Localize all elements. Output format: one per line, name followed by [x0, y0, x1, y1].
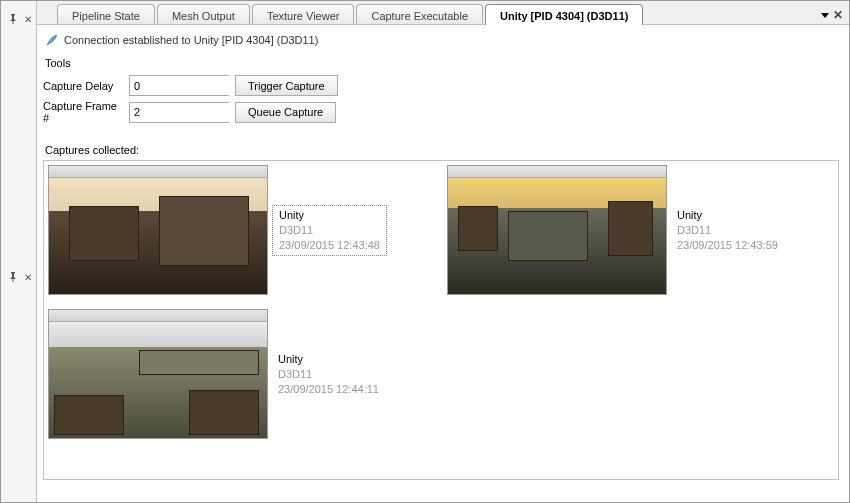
capture-timestamp: 23/09/2015 12:43:59 [677, 238, 778, 253]
left-dock-strip: ✕ ✕ [1, 1, 37, 502]
capture-api: D3D11 [278, 367, 379, 382]
capture-thumbnail[interactable] [48, 309, 268, 439]
feather-icon [45, 33, 59, 47]
tab-capture-executable[interactable]: Capture Executable [356, 4, 483, 24]
captures-heading: Captures collected: [45, 144, 839, 156]
capture-frame-label: Capture Frame # [43, 100, 123, 124]
capture-app: Unity [677, 208, 778, 223]
capture-timestamp: 23/09/2015 12:44:11 [278, 382, 379, 397]
connection-status: Connection established to Unity [PID 430… [64, 34, 318, 46]
tab-unity-connection[interactable]: Unity [PID 4304] (D3D11) [485, 4, 643, 25]
tab-texture-viewer[interactable]: Texture Viewer [252, 4, 355, 24]
capture-item[interactable]: Unity D3D11 23/09/2015 12:44:11 [48, 309, 385, 439]
capture-timestamp: 23/09/2015 12:43:48 [279, 238, 380, 253]
capture-delay-label: Capture Delay [43, 80, 123, 92]
capture-api: D3D11 [677, 223, 778, 238]
tab-content: Connection established to Unity [PID 430… [37, 25, 849, 502]
capture-item[interactable]: Unity D3D11 23/09/2015 12:43:48 [48, 165, 387, 295]
close-icon[interactable]: ✕ [22, 13, 34, 25]
capture-thumbnail[interactable] [447, 165, 667, 295]
capture-metadata[interactable]: Unity D3D11 23/09/2015 12:43:48 [272, 205, 387, 256]
tab-close-icon[interactable]: ✕ [833, 8, 843, 22]
capture-api: D3D11 [279, 223, 380, 238]
queue-capture-button[interactable]: Queue Capture [235, 102, 336, 123]
capture-frame-input[interactable] [129, 102, 229, 123]
tools-heading: Tools [45, 57, 839, 69]
close-icon[interactable]: ✕ [22, 271, 34, 283]
tab-mesh-output[interactable]: Mesh Output [157, 4, 250, 24]
svg-rect-0 [13, 21, 14, 24]
svg-rect-1 [13, 279, 14, 282]
capture-metadata[interactable]: Unity D3D11 23/09/2015 12:44:11 [272, 350, 385, 399]
capture-thumbnail[interactable] [48, 165, 268, 295]
trigger-capture-button[interactable]: Trigger Capture [235, 75, 338, 96]
tab-bar: Pipeline State Mesh Output Texture Viewe… [37, 1, 849, 25]
tab-pipeline-state[interactable]: Pipeline State [57, 4, 155, 24]
pin-icon[interactable] [7, 271, 19, 283]
capture-metadata[interactable]: Unity D3D11 23/09/2015 12:43:59 [671, 206, 784, 255]
capture-app: Unity [278, 352, 379, 367]
captures-list: Unity D3D11 23/09/2015 12:43:48 [43, 160, 839, 480]
capture-app: Unity [279, 208, 380, 223]
capture-item[interactable]: Unity D3D11 23/09/2015 12:43:59 [447, 165, 784, 295]
capture-delay-input[interactable] [129, 75, 229, 96]
tab-menu-dropdown-icon[interactable] [821, 13, 829, 18]
pin-icon[interactable] [7, 13, 19, 25]
